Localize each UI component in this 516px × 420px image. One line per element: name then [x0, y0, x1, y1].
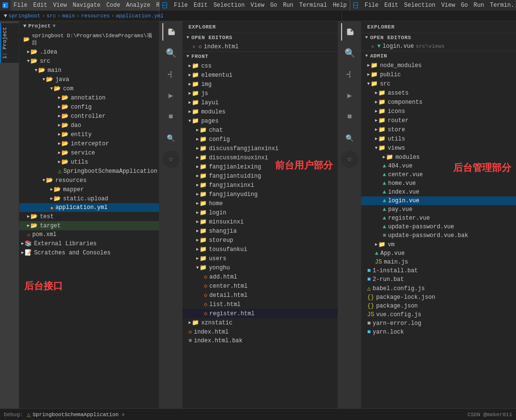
project-header[interactable]: ▼ Project ▼	[19, 21, 159, 31]
folder-static-upload[interactable]: ► 📂 static.upload	[19, 194, 159, 203]
folder-layui-mid[interactable]: ► 📁 layui	[183, 98, 338, 107]
menu-selection-mid[interactable]: Selection	[211, 0, 248, 11]
menu-view-left[interactable]: View	[50, 0, 70, 11]
debug-app-item[interactable]: △ SpringbootSchemaApplication ✕	[27, 411, 125, 419]
folder-modules-mid[interactable]: ► 📁 modules	[183, 107, 338, 116]
debug-icon-mid[interactable]: ▶	[162, 87, 180, 104]
folder-config[interactable]: ► 📂 config	[19, 102, 159, 112]
folder-mapper[interactable]: ► 📂 mapper	[19, 185, 159, 194]
explorer-icon-mid[interactable]	[162, 23, 180, 41]
git-icon-right[interactable]	[341, 66, 358, 83]
open-editors-header-right[interactable]: ▼ OPEN EDITORS	[361, 33, 516, 42]
debug-icon-right[interactable]: ▶	[341, 87, 358, 104]
menu-edit-right[interactable]: Edit	[382, 0, 401, 11]
folder-fangjianxinxi-mid[interactable]: ► 📁 fangjianxinxi	[183, 181, 338, 190]
folder-css-mid[interactable]: ► 📁 css	[183, 61, 338, 70]
search2-icon-right[interactable]: 🔍	[341, 129, 358, 147]
file-register-html[interactable]: ◇ register.html	[183, 309, 338, 318]
file-vue-config-js[interactable]: JS vue.config.js	[361, 310, 516, 319]
folder-fangjianyuding-mid[interactable]: ► 📁 fangjianyuding	[183, 190, 338, 199]
file-yarn-lock[interactable]: ■ yarn.lock	[361, 328, 516, 336]
file-pom-xml[interactable]: ◇ pom.xml	[19, 230, 159, 239]
search-icon2-mid[interactable]: 🔍	[162, 129, 180, 147]
folder-annotation[interactable]: ► 📂 annotation	[19, 93, 159, 102]
folder-vm-right[interactable]: ► 📁 vm	[361, 240, 516, 249]
folder-yonghu-mid[interactable]: ▼ 📁 yonghu	[183, 263, 338, 272]
folder-config-mid[interactable]: ► 📁 config	[183, 135, 338, 144]
menu-edit-mid[interactable]: Edit	[191, 0, 211, 11]
project-tab[interactable]: 1: Project	[0, 23, 19, 63]
admin-section-header[interactable]: ▼ ADMIN	[361, 51, 516, 61]
menu-view-mid[interactable]: View	[247, 0, 267, 11]
menu-terminal-mid[interactable]: Terminal	[296, 0, 330, 11]
front-section-header[interactable]: ▼ FRONT	[183, 52, 338, 61]
git-icon-mid[interactable]	[162, 66, 180, 83]
extensions-icon-right[interactable]: ■	[341, 108, 358, 126]
menu-run-mid[interactable]: Run	[280, 0, 297, 11]
folder-storeup-mid[interactable]: ► 📁 storeup	[183, 236, 338, 245]
menu-go-right[interactable]: Go	[458, 0, 471, 11]
folder-discussminsuxinxi-mid[interactable]: ► 📁 discussminsuxinxi	[183, 153, 338, 162]
file-application-yml[interactable]: ◆ application.yml	[19, 203, 159, 212]
file-add-html[interactable]: ◇ add.html	[183, 272, 338, 281]
file-index-vue[interactable]: ▲ index.vue	[361, 188, 516, 196]
folder-utils-right[interactable]: ► 📁 utils	[361, 134, 516, 143]
folder-java[interactable]: ▼ 📂 java	[19, 75, 159, 84]
folder-discussfangjianxinxi-mid[interactable]: ► 📁 discussfangjianxinxi	[183, 144, 338, 153]
folder-resources[interactable]: ▼ 📂 resources	[19, 176, 159, 185]
extensions-icon-mid[interactable]: ■	[162, 108, 180, 126]
folder-target[interactable]: ► 📂 target	[19, 221, 159, 230]
folder-fangjiantuiding-mid[interactable]: ► 📁 fangjiantuiding	[183, 171, 338, 181]
file-package-json[interactable]: {} package.json	[361, 302, 516, 310]
close-debug-icon[interactable]: ✕	[122, 411, 125, 418]
file-springboot-app[interactable]: △ SpringbootSchemaApplication	[19, 167, 159, 176]
open-editor-item-index-html[interactable]: ✕ ◇ index.html	[183, 42, 338, 51]
folder-assets-right[interactable]: ► 📁 assets	[361, 88, 516, 98]
file-update-password-vue-bak[interactable]: ■ update-password.vue.bak	[361, 231, 516, 240]
file-detail-html[interactable]: ◇ detail.html	[183, 291, 338, 300]
file-index-html-mid[interactable]: ◇ index.html	[183, 327, 338, 336]
file-list-html[interactable]: ◇ list.html	[183, 300, 338, 309]
folder-tousufankui-mid[interactable]: ► 📁 tousufankui	[183, 245, 338, 254]
folder-dao[interactable]: ► 📂 dao	[19, 121, 159, 130]
file-yarn-error-log[interactable]: ■ yarn-error.log	[361, 319, 516, 328]
folder-js-mid[interactable]: ► 📁 js	[183, 89, 338, 98]
folder-icons-right[interactable]: ► 📁 icons	[361, 107, 516, 116]
folder-test[interactable]: ► 📂 test	[19, 212, 159, 221]
menu-file-right[interactable]: File	[362, 0, 382, 11]
menu-help-mid[interactable]: Help	[330, 0, 350, 11]
folder-components-right[interactable]: ► 📁 components	[361, 98, 516, 107]
folder-public-right[interactable]: ► 📁 public	[361, 70, 516, 79]
file-update-password-vue[interactable]: ▲ update-password.vue	[361, 223, 516, 231]
folder-scratches[interactable]: ► 📝 Scratches and Consoles	[19, 248, 159, 257]
file-center-vue[interactable]: ▲ center.vue	[361, 170, 516, 179]
ai-icon-mid[interactable]: ○	[162, 151, 180, 168]
folder-idea[interactable]: ► 📂 .idea	[19, 47, 159, 56]
folder-utils[interactable]: ► 📂 utils	[19, 157, 159, 167]
folder-xznstatic-mid[interactable]: ► 📁 xznstatic	[183, 318, 338, 327]
folder-src[interactable]: ▼ 📂 src	[19, 56, 159, 66]
file-main-js[interactable]: JS main.js	[361, 258, 516, 266]
folder-main[interactable]: ▼ 📂 main	[19, 66, 159, 75]
file-2-run-bat[interactable]: ■ 2-run.bat	[361, 275, 516, 284]
file-register-vue[interactable]: ▲ register.vue	[361, 214, 516, 223]
menu-go-mid[interactable]: Go	[267, 0, 280, 11]
file-app-vue[interactable]: ▲ App.vue	[361, 249, 516, 258]
folder-elementui-mid[interactable]: ► 📁 elementui	[183, 70, 338, 80]
file-index-html-bak-mid[interactable]: ■ index.html.bak	[183, 336, 338, 345]
folder-users-mid[interactable]: ► 📁 users	[183, 254, 338, 263]
menu-code-left[interactable]: Code	[103, 0, 123, 11]
search-icon-mid[interactable]: 🔍	[162, 44, 180, 62]
menu-file-mid[interactable]: File	[171, 0, 191, 11]
folder-external-libraries[interactable]: ► 📚 External Libraries	[19, 239, 159, 248]
menu-selection-right[interactable]: Selection	[401, 0, 438, 11]
file-babel-config-js[interactable]: △ babel.config.js	[361, 284, 516, 293]
menu-file-left[interactable]: File	[11, 0, 30, 11]
file-1-install-bat[interactable]: ■ 1-install.bat	[361, 266, 516, 275]
menu-navigate-left[interactable]: Navigate	[70, 0, 103, 11]
folder-fangjianleixing-mid[interactable]: ► 📁 fangjianleixing	[183, 162, 338, 171]
folder-controller[interactable]: ► 📂 controller	[19, 112, 159, 121]
folder-router-right[interactable]: ► 📁 router	[361, 116, 516, 125]
file-home-vue[interactable]: ▲ home.vue	[361, 179, 516, 188]
folder-views-right[interactable]: ▼ 📁 views	[361, 143, 516, 153]
